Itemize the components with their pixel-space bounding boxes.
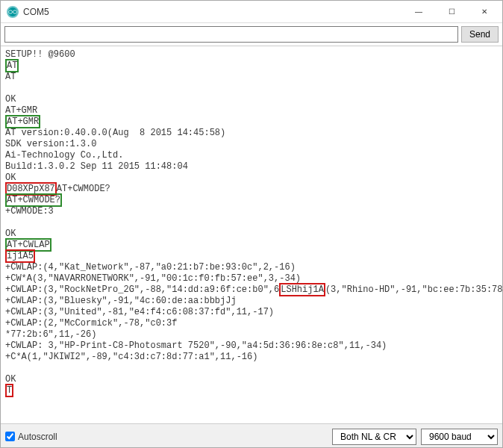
highlighted-text: AT+GMR	[5, 115, 40, 128]
terminal-line: OK	[5, 94, 498, 105]
terminal-line: OK	[5, 374, 498, 385]
terminal-line: +C*A(1,"JKIWI2",-89,"c4:3d:c7:8d:77:a1",…	[5, 352, 498, 363]
terminal-text: OK	[5, 374, 16, 385]
terminal-text: +CWLAP:(3,"United",-81,"e4:f4:c6:08:37:f…	[5, 307, 274, 317]
window-title: COM5	[23, 7, 402, 17]
terminal-text: *77:2b:6",11,-26)	[5, 329, 96, 340]
terminal-line: T	[5, 385, 498, 396]
terminal-text: +CWMODE:3	[5, 206, 54, 217]
terminal-text: +CWLAP:(3,"Bluesky",-91,"4c:60:de:aa:bbb…	[5, 296, 237, 306]
terminal-line: OK	[5, 172, 498, 184]
line-ending-select[interactable]: No line endingNewlineCarriage returnBoth…	[332, 429, 416, 445]
terminal-line: AT	[5, 60, 498, 72]
minimize-button[interactable]: —	[402, 1, 435, 22]
terminal-line: AT+GMR	[5, 116, 498, 128]
baud-select[interactable]: 300 baud1200 baud2400 baud4800 baud9600 …	[421, 429, 498, 445]
terminal-text: SETUP!! @9600	[5, 49, 75, 60]
terminal-line: +CWLAP:(3,"United",-81,"e4:f4:c6:08:37:f…	[5, 307, 498, 318]
terminal-line: SDK version:1.3.0	[5, 139, 498, 150]
terminal-line: Build:1.3.0.2 Sep 11 2015 11:48:04	[5, 161, 498, 172]
terminal-line	[5, 217, 498, 228]
terminal-line	[5, 363, 498, 374]
svg-point-0	[9, 10, 13, 13]
terminal-line: +CW*A(3,"NAVARRONETWORK",-91,"00:1c:f0:f…	[5, 273, 498, 284]
input-bar: Send	[1, 23, 502, 46]
highlighted-text: T	[5, 384, 13, 397]
terminal-text: OK	[5, 94, 16, 105]
terminal-line: +CWLAP:(3,"Bluesky",-91,"4c:60:de:aa:bbb…	[5, 296, 498, 307]
terminal-text: AT+CWMODE?	[57, 184, 110, 194]
serial-output[interactable]: SETUP!! @9600ATAT OKAT+GMRAT+GMRAT versi…	[1, 46, 502, 423]
terminal-line: AT	[5, 72, 498, 83]
terminal-line: ij1A5	[5, 251, 498, 262]
highlighted-text: ij1A5	[5, 249, 35, 263]
autoscroll-checkbox[interactable]	[5, 432, 15, 441]
terminal-line: *77:2b:6",11,-26)	[5, 329, 498, 340]
terminal-line: +CWLAP:(4,"Kat_Network",-87,"a0:21:b7:be…	[5, 262, 498, 273]
arduino-icon	[7, 6, 19, 18]
terminal-text: +CWLAP:(4,"Kat_Network",-87,"a0:21:b7:be…	[5, 262, 296, 273]
highlighted-text: AT	[5, 59, 19, 72]
terminal-text: Ai-Technology Co.,Ltd.	[5, 150, 123, 161]
terminal-text: Build:1.3.0.2 Sep 11 2015 11:48:04	[5, 161, 188, 172]
terminal-line: +CWLAP:(2,"McCormick",-78,"c0:3f	[5, 318, 498, 329]
close-button[interactable]: ✕	[468, 1, 501, 22]
autoscroll-label: Autoscroll	[18, 432, 57, 442]
terminal-text: OK	[5, 172, 16, 183]
terminal-text: +CWLAP:(3,"RockNetPro_2G",-88,"14:dd:a9:…	[5, 284, 279, 295]
autoscroll-toggle[interactable]: Autoscroll	[5, 432, 57, 442]
terminal-line	[5, 83, 498, 94]
terminal-text: +CW*A(3,"NAVARRONETWORK",-91,"00:1c:f0:f…	[5, 273, 301, 284]
terminal-line: AT+CWLAP	[5, 240, 498, 251]
highlighted-text: LSHhij1A	[279, 283, 325, 296]
terminal-line: SETUP!! @9600	[5, 49, 498, 60]
terminal-line: AT+GMR	[5, 105, 498, 116]
titlebar: COM5 — ☐ ✕	[1, 1, 502, 23]
terminal-text: +CWLAP: 3,"HP-Print-C8-Photosmart 7520",…	[5, 340, 387, 351]
terminal-text: AT	[5, 72, 16, 82]
terminal-text: AT version:0.40.0.0(Aug 8 2015 14:45:58)	[5, 128, 225, 138]
terminal-text: +C*A(1,"JKIWI2",-89,"c4:3d:c7:8d:77:a1",…	[5, 352, 257, 362]
window-controls: — ☐ ✕	[402, 1, 501, 22]
terminal-line: D08XPpX87AT+CWMODE?	[5, 184, 498, 195]
terminal-line: AT+CWMODE?	[5, 195, 498, 206]
bottom-bar: Autoscroll No line endingNewlineCarriage…	[1, 423, 502, 448]
command-input[interactable]	[4, 26, 458, 43]
terminal-text: SDK version:1.3.0	[5, 139, 96, 149]
terminal-text: OK	[5, 228, 16, 239]
terminal-line: AT version:0.40.0.0(Aug 8 2015 14:45:58)	[5, 128, 498, 139]
terminal-line: Ai-Technology Co.,Ltd.	[5, 150, 498, 161]
terminal-text: +CWLAP:(2,"McCormick",-78,"c0:3f	[5, 318, 177, 329]
svg-point-1	[13, 10, 17, 13]
send-button[interactable]: Send	[461, 26, 499, 43]
terminal-text: AT+GMR	[5, 105, 37, 116]
terminal-line: +CWMODE:3	[5, 206, 498, 217]
terminal-line: +CWLAP:(3,"RockNetPro_2G",-88,"14:dd:a9:…	[5, 284, 498, 296]
terminal-line: +CWLAP: 3,"HP-Print-C8-Photosmart 7520",…	[5, 340, 498, 352]
terminal-text: (3,"Rhino-HD",-91,"bc:ee:7b:35:78:60",6,…	[325, 284, 502, 295]
maximize-button[interactable]: ☐	[435, 1, 468, 22]
terminal-line: OK	[5, 228, 498, 240]
highlighted-text: AT+CWMODE?	[5, 193, 62, 207]
